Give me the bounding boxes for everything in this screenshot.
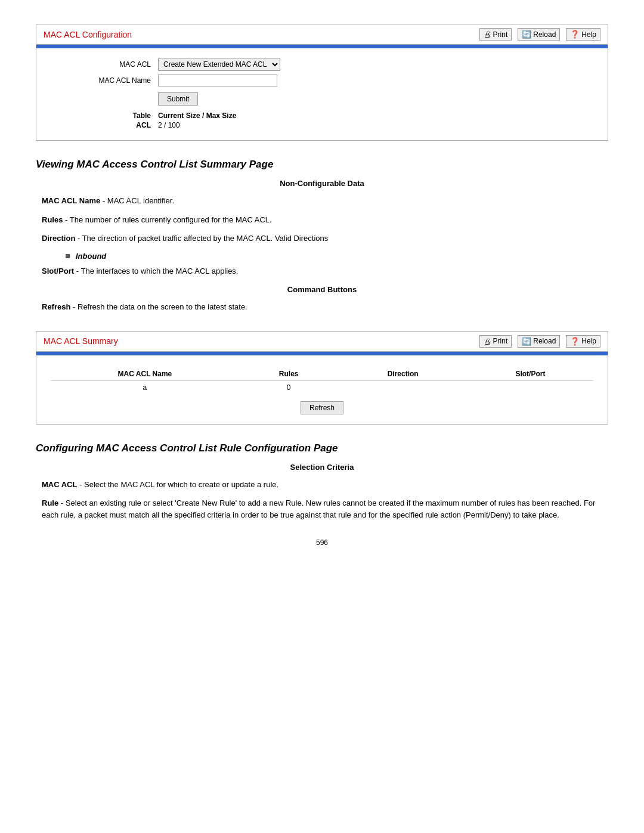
reload-icon (522, 30, 531, 39)
term-config-rule: Rule (42, 498, 58, 507)
acl-label: ACL (51, 121, 158, 129)
mac-acl-summary-panel: MAC ACL Summary Print Reload Help MAC AC… (36, 331, 608, 425)
col-slot-port: Slot/Port (467, 367, 593, 381)
doc-item-direction: Direction - The direction of packet traf… (36, 233, 608, 244)
command-buttons-subtitle: Command Buttons (36, 285, 608, 294)
refresh-row: Refresh (51, 401, 593, 414)
mac-acl-row: MAC ACL Create New Extended MAC ACL (51, 58, 593, 71)
def-config-mac-acl: - Select the MAC ACL for which to create… (79, 480, 278, 489)
summary-table: MAC ACL Name Rules Direction Slot/Port a… (51, 367, 593, 394)
summary-help-label: Help (581, 337, 596, 345)
col-direction: Direction (338, 367, 467, 381)
term-slot-port: Slot/Port (42, 267, 74, 275)
doc-item-rules: Rules - The number of rules currently co… (36, 214, 608, 226)
panel-title: MAC ACL Configuration (44, 30, 132, 39)
summary-print-label: Print (493, 337, 508, 345)
doc-item-config-mac-acl: MAC ACL - Select the MAC ACL for which t… (36, 479, 608, 491)
summary-print-icon (484, 337, 491, 346)
def-rules: - The number of rules currently configur… (65, 215, 272, 224)
help-button[interactable]: Help (566, 28, 600, 41)
table-row: a 0 (51, 380, 593, 394)
configuring-section: Configuring MAC Access Control List Rule… (36, 442, 608, 521)
viewing-subtitle: Non-Configurable Data (36, 179, 608, 188)
doc-item-mac-acl-name: MAC ACL Name - MAC ACL identifier. (36, 195, 608, 207)
reload-label: Reload (533, 30, 556, 39)
summary-table-header-row: MAC ACL Name Rules Direction Slot/Port (51, 367, 593, 381)
cell-slot-port (467, 380, 593, 394)
table-header-row: Table Current Size / Max Size (51, 112, 593, 120)
page-number: 596 (36, 538, 608, 547)
col-rules: Rules (239, 367, 339, 381)
panel-body: MAC ACL Create New Extended MAC ACL MAC … (36, 48, 608, 140)
mac-acl-config-panel: MAC ACL Configuration Print Reload Help … (36, 24, 608, 141)
viewing-section-title: Viewing MAC Access Control List Summary … (36, 159, 608, 171)
summary-reload-label: Reload (533, 337, 556, 345)
term-mac-acl-name: MAC ACL Name (42, 196, 100, 205)
table-value-row: ACL 2 / 100 (51, 121, 593, 129)
cell-name: a (51, 380, 239, 394)
mac-acl-name-row: MAC ACL Name (51, 75, 593, 86)
configuring-section-title: Configuring MAC Access Control List Rule… (36, 442, 608, 454)
cell-direction (338, 380, 467, 394)
direction-bullets: Inbound (66, 252, 608, 261)
mac-acl-label: MAC ACL (51, 60, 158, 69)
summary-help-icon (570, 337, 580, 346)
help-icon (570, 30, 580, 39)
refresh-button[interactable]: Refresh (301, 401, 343, 414)
table-header: Current Size / Max Size (158, 112, 236, 120)
print-label: Print (493, 30, 508, 39)
doc-item-refresh: Refresh - Refresh the data on the screen… (36, 301, 608, 313)
bullet-icon (66, 254, 70, 258)
doc-item-config-rule: Rule - Select an existing rule or select… (36, 497, 608, 521)
summary-panel-actions: Print Reload Help (479, 335, 600, 348)
submit-button[interactable]: Submit (158, 92, 198, 106)
viewing-section: Viewing MAC Access Control List Summary … (36, 159, 608, 313)
summary-table-body: a 0 (51, 380, 593, 394)
summary-panel-header: MAC ACL Summary Print Reload Help (36, 332, 608, 352)
summary-table-head: MAC ACL Name Rules Direction Slot/Port (51, 367, 593, 381)
term-rules: Rules (42, 215, 63, 224)
mac-acl-select[interactable]: Create New Extended MAC ACL (158, 58, 280, 71)
term-refresh: Refresh (42, 302, 70, 311)
table-label: Table (51, 112, 158, 120)
doc-item-slot-port: Slot/Port - The interfaces to which the … (36, 265, 608, 277)
col-mac-acl-name: MAC ACL Name (51, 367, 239, 381)
def-mac-acl-name: - MAC ACL identifier. (103, 196, 174, 205)
def-config-rule: - Select an existing rule or select 'Cre… (42, 498, 595, 519)
def-refresh: - Refresh the data on the screen to the … (73, 302, 247, 311)
table-info: Table Current Size / Max Size ACL 2 / 10… (51, 112, 593, 129)
summary-reload-button[interactable]: Reload (518, 335, 560, 348)
cell-rules: 0 (239, 380, 339, 394)
summary-print-button[interactable]: Print (479, 335, 512, 348)
panel-actions: Print Reload Help (479, 28, 600, 41)
summary-panel-title: MAC ACL Summary (44, 336, 118, 346)
mac-acl-name-label: MAC ACL Name (51, 76, 158, 85)
summary-reload-icon (522, 337, 531, 346)
summary-help-button[interactable]: Help (566, 335, 600, 348)
summary-panel-body: MAC ACL Name Rules Direction Slot/Port a… (36, 355, 608, 424)
mac-acl-name-input[interactable] (158, 75, 277, 86)
term-config-mac-acl: MAC ACL (42, 480, 77, 489)
bullet-inbound-text: Inbound (76, 252, 106, 261)
panel-header: MAC ACL Configuration Print Reload Help (36, 24, 608, 45)
print-button[interactable]: Print (479, 28, 512, 41)
configuring-subtitle: Selection Criteria (36, 463, 608, 472)
print-icon (484, 30, 491, 39)
table-value: 2 / 100 (158, 121, 180, 129)
submit-row: Submit (158, 92, 593, 106)
term-direction: Direction (42, 234, 75, 243)
bullet-inbound: Inbound (66, 252, 608, 261)
def-direction: - The direction of packet traffic affect… (78, 234, 328, 243)
mac-acl-control: Create New Extended MAC ACL (158, 58, 280, 71)
def-slot-port: - The interfaces to which the MAC ACL ap… (76, 267, 239, 275)
help-label: Help (581, 30, 596, 39)
reload-button[interactable]: Reload (518, 28, 560, 41)
mac-acl-name-control (158, 75, 277, 86)
